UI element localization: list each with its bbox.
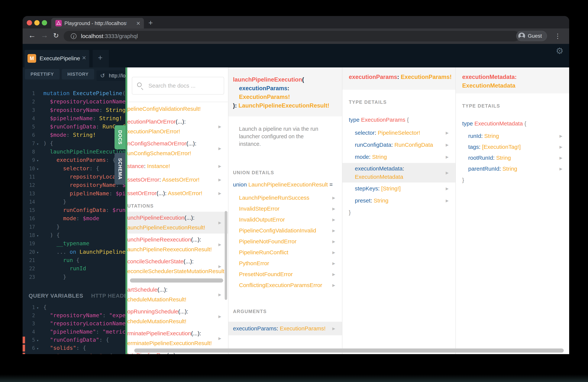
union-member[interactable]: InvalidOutputError▶ xyxy=(229,214,342,225)
editor-line[interactable]: 20▾ ... on LaunchPipelineR xyxy=(22,248,126,256)
docs-list-item[interactable]: ssetOrError(...): AssetOrError!▶ xyxy=(127,187,228,200)
docs-divider[interactable] xyxy=(126,67,127,354)
zoom-window-button[interactable] xyxy=(42,20,47,25)
editor-line[interactable]: 7▾) { xyxy=(22,139,126,148)
tab-http-headers[interactable]: HTTP HEADERS xyxy=(91,293,126,299)
editor-line[interactable]: 4 "pipelineName": "metrics xyxy=(22,328,126,336)
line-number: 3 xyxy=(22,320,35,328)
editor-line[interactable]: 16 mode: $mode xyxy=(22,214,126,222)
history-button[interactable]: HISTORY xyxy=(62,69,94,80)
docs-list-item[interactable]: rminatePipelineExecution(...):erminatePi… xyxy=(127,327,228,349)
union-member[interactable]: PresetNotFoundError▶ xyxy=(229,269,342,280)
docs-horizontal-scrollbar-thumb[interactable] xyxy=(134,348,564,353)
session-tab[interactable]: M ExecutePipeline ✕ xyxy=(24,50,89,67)
reload-icon[interactable]: ↻ xyxy=(53,32,59,40)
chevron-right-icon: ▶ xyxy=(333,214,335,225)
type-field-row[interactable]: mode: String▶ xyxy=(342,151,455,163)
search-input[interactable] xyxy=(132,77,224,95)
docs-list-item[interactable]: opRunningSchedule(...):cheduleMutationRe… xyxy=(127,305,228,327)
editor-line[interactable]: 9▾ executionParams: { xyxy=(22,156,126,164)
chevron-right-icon: ▶ xyxy=(333,192,335,203)
editor-code[interactable]: 1mutation ExecutePipeline(2 $repositoryL… xyxy=(22,89,126,281)
editor-line[interactable]: 17 } xyxy=(22,223,126,231)
new-session-tab[interactable]: + xyxy=(93,50,109,67)
union-member[interactable]: PipelineNotFoundError▶ xyxy=(229,236,342,247)
editor-line[interactable]: 13 pipelineName: $pip xyxy=(22,189,126,198)
editor-line[interactable]: 12 repositoryName: $r xyxy=(22,181,126,189)
editor-line[interactable]: 3 $repositoryName: String! xyxy=(22,106,126,114)
prettify-button[interactable]: PRETTIFY xyxy=(25,69,60,80)
docs-list-item[interactable]: unchPipelineReexecution(...):aunchPipeli… xyxy=(127,233,228,255)
close-window-button[interactable] xyxy=(27,20,32,25)
browser-tab[interactable]: Playground - http://localhost:3 ✕ xyxy=(51,18,144,28)
type-field-row[interactable]: runId: String▶ xyxy=(456,130,569,142)
argument-row[interactable]: executionParams: ExecutionParams! ▶ xyxy=(229,322,342,335)
docs-list-item[interactable]: artSchedule(...):cheduleMutationResult!▶ xyxy=(127,284,228,305)
tab-query-variables[interactable]: QUERY VARIABLES xyxy=(29,293,83,299)
editor-line[interactable]: 1▾{ xyxy=(22,303,126,311)
editor-line[interactable]: 5 $runConfigData: RunConfigData! xyxy=(22,123,126,131)
horizontal-scrollbar-thumb[interactable] xyxy=(130,278,223,282)
editor-line[interactable]: 15 runConfigData: $runC xyxy=(22,206,126,214)
editor-line[interactable]: 8 launchPipelineExecution( xyxy=(22,148,126,156)
docs-list-item[interactable]: ssetsOrError: AssetsOrError!▶ xyxy=(127,173,228,187)
union-member[interactable]: PythonError▶ xyxy=(229,258,342,269)
site-info-icon[interactable]: i xyxy=(71,33,77,39)
address-bar[interactable]: i localhost:3333/graphql xyxy=(64,31,520,42)
union-member[interactable]: ConflictingExecutionParamsError▶ xyxy=(229,280,342,291)
union-member[interactable]: PipelineConfigValidationInvalid▶ xyxy=(229,225,342,236)
type-field-row[interactable]: tags: [ExecutionTag!]▶ xyxy=(456,142,569,152)
docs-list-item[interactable]: ecutionPlanOrError(...):xecutionPlanOrEr… xyxy=(127,116,228,137)
editor-line[interactable]: 2 $repositoryLocationName: xyxy=(22,97,126,106)
type-field-row[interactable]: selector: PipelineSelector!▶ xyxy=(342,127,455,139)
type-field-row[interactable]: rootRunId: String▶ xyxy=(456,152,569,163)
minimize-window-button[interactable] xyxy=(34,20,40,25)
line-number: 18 xyxy=(22,231,35,239)
type-details-label: TYPE DETAILS xyxy=(349,100,455,105)
editor-line[interactable]: 5▾ "runConfigData": { xyxy=(22,336,126,344)
tab-schema[interactable]: SCHEMA xyxy=(114,153,126,185)
type-field-row[interactable]: runConfigData: RunConfigData▶ xyxy=(342,139,455,151)
back-icon[interactable]: ← xyxy=(28,31,36,40)
editor-line[interactable]: 21 run { xyxy=(22,256,126,264)
docs-list-item[interactable]: nConfigSchemaOrError(...):unConfigSchema… xyxy=(127,137,228,159)
editor-line[interactable]: 10▾ selector: { xyxy=(22,164,126,172)
settings-gear-icon[interactable]: ⚙ xyxy=(556,46,564,56)
editor-line[interactable]: 23 } xyxy=(22,273,126,281)
profile-button[interactable]: Guest xyxy=(516,31,547,41)
editor-line[interactable]: 4 $pipelineName: String! xyxy=(22,114,126,123)
tab-close-icon[interactable]: ✕ xyxy=(136,20,141,26)
editor-line[interactable]: 2 "repositoryName": "exper xyxy=(22,311,126,319)
type-field-row[interactable]: preset: String▶ xyxy=(342,194,455,207)
editor-line[interactable]: 3 "repositoryLocationName" xyxy=(22,319,126,328)
editor-line[interactable]: 7▾ "save_metrics": { xyxy=(22,352,126,354)
union-member[interactable]: LaunchPipelineRunSuccess▶ xyxy=(229,192,342,203)
endpoint-reload-icon[interactable]: ↺ xyxy=(100,70,105,81)
type-field-row[interactable]: parentRunId: String▶ xyxy=(456,163,569,174)
docs-search[interactable] xyxy=(132,77,224,95)
docs-list-item[interactable]: concileSchedulerState(...):econcileSched… xyxy=(127,255,228,277)
editor-line[interactable]: 6▾ "solids": { xyxy=(22,344,126,352)
docs-list-item[interactable]: pelineConfigValidationResult! xyxy=(127,102,228,116)
browser-menu-icon[interactable]: ⋮ xyxy=(554,32,561,40)
editor-line[interactable]: 22 runId xyxy=(22,264,126,273)
docs-list-item[interactable]: stance: Instance!▶ xyxy=(127,159,228,173)
variables-code[interactable]: 1▾{2 "repositoryName": "exper3 "reposito… xyxy=(22,303,126,354)
docs-list-item[interactable]: unchPipelineExecution(...):aunchPipeline… xyxy=(127,212,228,233)
editor-line[interactable]: 14 } xyxy=(22,198,126,206)
endpoint-url-input[interactable]: ↺ http://loc xyxy=(96,70,126,81)
editor-line[interactable]: 19 __typename xyxy=(22,239,126,248)
union-member[interactable]: InvalidStepError▶ xyxy=(229,203,342,214)
editor-line[interactable]: 18▾ ) { xyxy=(22,231,126,239)
type-field-row[interactable]: stepKeys: [String!]▶ xyxy=(342,183,455,194)
fold-caret-icon: ▾ xyxy=(35,165,43,173)
type-field-row[interactable]: executionMetadata:ExecutionMetadata▶ xyxy=(342,163,455,183)
editor-line[interactable]: 1mutation ExecutePipeline( xyxy=(22,89,126,97)
vertical-scrollbar-thumb[interactable] xyxy=(225,211,227,300)
new-tab-button[interactable]: + xyxy=(148,19,153,27)
union-member[interactable]: PipelineRunConflict▶ xyxy=(229,247,342,258)
editor-line[interactable]: 6 $mode: String! xyxy=(22,131,126,139)
editor-line[interactable]: 11 repositoryLocat xyxy=(22,172,126,181)
session-tab-close-icon[interactable]: ✕ xyxy=(82,55,86,61)
tab-docs[interactable]: DOCS xyxy=(114,125,126,149)
